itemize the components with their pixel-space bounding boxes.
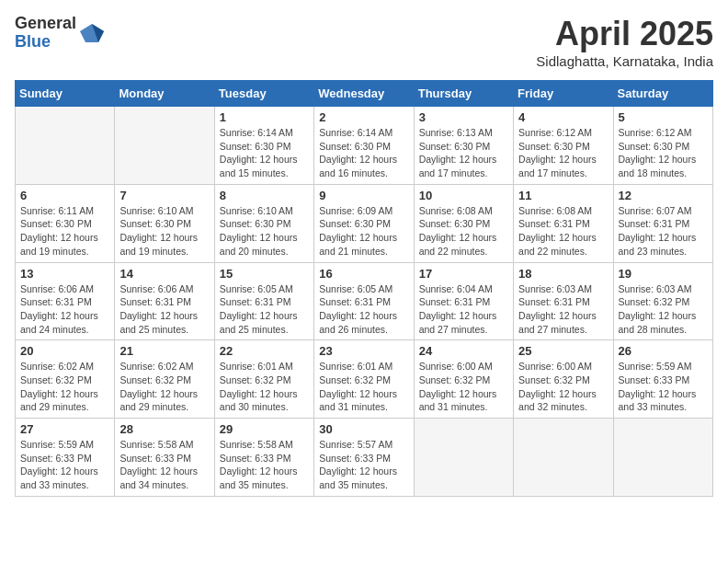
day-cell: 8Sunrise: 6:10 AM Sunset: 6:30 PM Daylig… xyxy=(214,184,313,262)
day-info: Sunrise: 6:10 AM Sunset: 6:30 PM Dayligh… xyxy=(220,204,309,259)
day-number: 28 xyxy=(119,422,209,436)
day-info: Sunrise: 6:06 AM Sunset: 6:31 PM Dayligh… xyxy=(119,282,209,337)
day-number: 12 xyxy=(619,189,708,202)
weekday-header-row: SundayMondayTuesdayWednesdayThursdayFrid… xyxy=(16,81,713,107)
logo: General Blue xyxy=(15,15,104,52)
week-row-2: 6Sunrise: 6:11 AM Sunset: 6:30 PM Daylig… xyxy=(16,184,713,262)
day-number: 1 xyxy=(220,110,309,124)
day-cell: 1Sunrise: 6:14 AM Sunset: 6:30 PM Daylig… xyxy=(214,107,313,185)
day-number: 16 xyxy=(319,267,408,281)
day-number: 14 xyxy=(119,267,209,281)
day-cell: 19Sunrise: 6:03 AM Sunset: 6:32 PM Dayli… xyxy=(613,262,712,340)
day-info: Sunrise: 6:08 AM Sunset: 6:30 PM Dayligh… xyxy=(419,204,508,259)
day-info: Sunrise: 6:03 AM Sunset: 6:31 PM Dayligh… xyxy=(518,282,608,337)
day-cell: 4Sunrise: 6:12 AM Sunset: 6:30 PM Daylig… xyxy=(514,107,613,185)
logo-text: General Blue xyxy=(15,15,76,52)
weekday-header-wednesday: Wednesday xyxy=(314,81,414,107)
weekday-header-monday: Monday xyxy=(115,81,214,107)
day-cell: 2Sunrise: 6:14 AM Sunset: 6:30 PM Daylig… xyxy=(314,107,414,185)
day-info: Sunrise: 6:06 AM Sunset: 6:31 PM Dayligh… xyxy=(20,282,109,337)
weekday-header-thursday: Thursday xyxy=(414,81,513,107)
weekday-header-sunday: Sunday xyxy=(16,81,115,107)
day-info: Sunrise: 6:11 AM Sunset: 6:30 PM Dayligh… xyxy=(20,204,109,259)
title-block: April 2025 Sidlaghatta, Karnataka, India xyxy=(536,15,713,69)
page-header: General Blue April 2025 Sidlaghatta, Kar… xyxy=(15,15,713,69)
day-info: Sunrise: 5:59 AM Sunset: 6:33 PM Dayligh… xyxy=(619,360,708,414)
day-number: 8 xyxy=(220,189,309,202)
day-number: 27 xyxy=(20,422,109,436)
logo-blue: Blue xyxy=(15,33,76,52)
day-number: 18 xyxy=(518,267,608,281)
day-cell: 24Sunrise: 6:00 AM Sunset: 6:32 PM Dayli… xyxy=(414,340,513,419)
day-cell: 15Sunrise: 6:05 AM Sunset: 6:31 PM Dayli… xyxy=(214,262,313,340)
day-info: Sunrise: 6:08 AM Sunset: 6:31 PM Dayligh… xyxy=(518,204,608,259)
day-info: Sunrise: 6:07 AM Sunset: 6:31 PM Dayligh… xyxy=(619,204,708,259)
day-cell: 20Sunrise: 6:02 AM Sunset: 6:32 PM Dayli… xyxy=(16,340,115,419)
day-number: 10 xyxy=(419,189,508,202)
day-info: Sunrise: 6:05 AM Sunset: 6:31 PM Dayligh… xyxy=(220,282,309,337)
week-row-3: 13Sunrise: 6:06 AM Sunset: 6:31 PM Dayli… xyxy=(16,262,713,340)
day-number: 21 xyxy=(119,344,209,358)
day-cell: 7Sunrise: 6:10 AM Sunset: 6:30 PM Daylig… xyxy=(115,184,214,262)
day-cell: 16Sunrise: 6:05 AM Sunset: 6:31 PM Dayli… xyxy=(314,262,414,340)
day-info: Sunrise: 6:01 AM Sunset: 6:32 PM Dayligh… xyxy=(220,360,309,414)
day-number: 13 xyxy=(20,267,109,281)
day-info: Sunrise: 6:09 AM Sunset: 6:30 PM Dayligh… xyxy=(319,204,408,259)
day-cell: 12Sunrise: 6:07 AM Sunset: 6:31 PM Dayli… xyxy=(613,184,712,262)
day-number: 23 xyxy=(319,344,408,358)
day-cell: 5Sunrise: 6:12 AM Sunset: 6:30 PM Daylig… xyxy=(613,107,712,185)
day-cell: 22Sunrise: 6:01 AM Sunset: 6:32 PM Dayli… xyxy=(214,340,313,419)
day-cell: 18Sunrise: 6:03 AM Sunset: 6:31 PM Dayli… xyxy=(514,262,613,340)
month-title: April 2025 xyxy=(536,15,713,53)
day-number: 11 xyxy=(518,189,608,202)
day-number: 15 xyxy=(220,267,309,281)
day-number: 24 xyxy=(419,344,508,358)
day-info: Sunrise: 6:12 AM Sunset: 6:30 PM Dayligh… xyxy=(518,126,608,180)
calendar-table: SundayMondayTuesdayWednesdayThursdayFrid… xyxy=(15,80,713,497)
day-info: Sunrise: 6:12 AM Sunset: 6:30 PM Dayligh… xyxy=(619,126,708,180)
day-cell: 10Sunrise: 6:08 AM Sunset: 6:30 PM Dayli… xyxy=(414,184,513,262)
day-info: Sunrise: 5:58 AM Sunset: 6:33 PM Dayligh… xyxy=(119,438,209,492)
day-number: 5 xyxy=(619,110,708,124)
day-cell: 3Sunrise: 6:13 AM Sunset: 6:30 PM Daylig… xyxy=(414,107,513,185)
day-number: 6 xyxy=(20,189,109,202)
day-number: 22 xyxy=(220,344,309,358)
day-number: 26 xyxy=(619,344,708,358)
week-row-5: 27Sunrise: 5:59 AM Sunset: 6:33 PM Dayli… xyxy=(16,419,713,497)
day-cell: 17Sunrise: 6:04 AM Sunset: 6:31 PM Dayli… xyxy=(414,262,513,340)
day-cell: 28Sunrise: 5:58 AM Sunset: 6:33 PM Dayli… xyxy=(115,419,214,497)
day-info: Sunrise: 5:58 AM Sunset: 6:33 PM Dayligh… xyxy=(220,438,309,492)
day-info: Sunrise: 6:00 AM Sunset: 6:32 PM Dayligh… xyxy=(419,360,508,414)
weekday-header-tuesday: Tuesday xyxy=(214,81,313,107)
day-cell: 13Sunrise: 6:06 AM Sunset: 6:31 PM Dayli… xyxy=(16,262,115,340)
day-cell xyxy=(115,107,214,185)
logo-icon xyxy=(78,22,104,44)
day-cell: 23Sunrise: 6:01 AM Sunset: 6:32 PM Dayli… xyxy=(314,340,414,419)
day-cell: 25Sunrise: 6:00 AM Sunset: 6:32 PM Dayli… xyxy=(514,340,613,419)
day-info: Sunrise: 6:03 AM Sunset: 6:32 PM Dayligh… xyxy=(619,282,708,337)
day-number: 20 xyxy=(20,344,109,358)
day-info: Sunrise: 6:02 AM Sunset: 6:32 PM Dayligh… xyxy=(20,360,109,414)
day-info: Sunrise: 6:14 AM Sunset: 6:30 PM Dayligh… xyxy=(220,126,309,180)
day-info: Sunrise: 6:10 AM Sunset: 6:30 PM Dayligh… xyxy=(119,204,209,259)
week-row-4: 20Sunrise: 6:02 AM Sunset: 6:32 PM Dayli… xyxy=(16,340,713,419)
day-info: Sunrise: 5:57 AM Sunset: 6:33 PM Dayligh… xyxy=(319,438,408,492)
day-number: 2 xyxy=(319,110,408,124)
day-info: Sunrise: 5:59 AM Sunset: 6:33 PM Dayligh… xyxy=(20,438,109,492)
day-number: 4 xyxy=(518,110,608,124)
day-cell: 21Sunrise: 6:02 AM Sunset: 6:32 PM Dayli… xyxy=(115,340,214,419)
day-cell: 11Sunrise: 6:08 AM Sunset: 6:31 PM Dayli… xyxy=(514,184,613,262)
weekday-header-saturday: Saturday xyxy=(613,81,712,107)
day-number: 9 xyxy=(319,189,408,202)
day-cell: 9Sunrise: 6:09 AM Sunset: 6:30 PM Daylig… xyxy=(314,184,414,262)
location-subtitle: Sidlaghatta, Karnataka, India xyxy=(536,53,713,69)
day-cell: 6Sunrise: 6:11 AM Sunset: 6:30 PM Daylig… xyxy=(16,184,115,262)
day-info: Sunrise: 6:14 AM Sunset: 6:30 PM Dayligh… xyxy=(319,126,408,180)
day-cell: 14Sunrise: 6:06 AM Sunset: 6:31 PM Dayli… xyxy=(115,262,214,340)
day-cell xyxy=(613,419,712,497)
week-row-1: 1Sunrise: 6:14 AM Sunset: 6:30 PM Daylig… xyxy=(16,107,713,185)
day-number: 30 xyxy=(319,422,408,436)
day-cell xyxy=(414,419,513,497)
day-number: 7 xyxy=(119,189,209,202)
day-cell xyxy=(514,419,613,497)
